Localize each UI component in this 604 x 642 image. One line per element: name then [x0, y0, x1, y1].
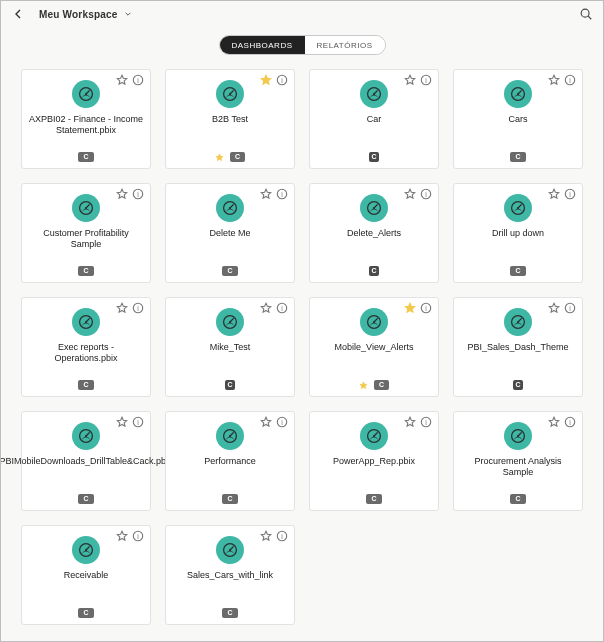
card-top-icons: i [548, 188, 576, 200]
info-icon[interactable]: i [276, 302, 288, 314]
dashboard-card[interactable]: i Customer Profitability SampleC [21, 183, 151, 283]
classification-chip: C [510, 494, 525, 504]
card-title: Procurement Analysis Sample [454, 456, 582, 478]
dashboard-card[interactable]: i PBIMobileDownloads_DrillTable&Cack.pbi… [21, 411, 151, 511]
info-icon[interactable]: i [420, 302, 432, 314]
card-title: Performance [198, 456, 262, 467]
info-icon[interactable]: i [276, 188, 288, 200]
card-title: Sales_Cars_with_link [181, 570, 279, 581]
favorite-star-icon[interactable] [548, 302, 560, 314]
card-bottom: C [166, 608, 294, 618]
workspace-dropdown[interactable] [124, 10, 132, 18]
card-bottom: C [310, 380, 438, 390]
info-icon[interactable]: i [132, 530, 144, 542]
favorite-star-icon[interactable] [116, 530, 128, 542]
info-icon[interactable]: i [420, 74, 432, 86]
info-icon[interactable]: i [132, 188, 144, 200]
svg-point-60 [373, 435, 375, 437]
svg-text:i: i [281, 77, 283, 84]
favorite-star-icon[interactable] [548, 188, 560, 200]
back-button[interactable] [11, 7, 25, 21]
favorite-star-icon[interactable] [548, 416, 560, 428]
info-icon[interactable]: i [276, 74, 288, 86]
classification-chip: C [230, 152, 245, 162]
favorite-star-icon[interactable] [260, 188, 272, 200]
info-icon[interactable]: i [564, 74, 576, 86]
dashboard-card[interactable]: i Delete_AlertsC [309, 183, 439, 283]
workspace-title[interactable]: Meu Workspace [39, 9, 118, 20]
dashboard-card[interactable]: i PBI_Sales_Dash_ThemeC [453, 297, 583, 397]
card-top-icons: i [116, 416, 144, 428]
info-icon[interactable]: i [132, 74, 144, 86]
favorite-star-icon[interactable] [260, 302, 272, 314]
favorite-star-icon[interactable] [404, 188, 416, 200]
card-bottom: C [22, 152, 150, 162]
info-icon[interactable]: i [420, 416, 432, 428]
dashboard-card[interactable]: i AXPBI02 - Finance - Income Statement.p… [21, 69, 151, 169]
dashboard-gauge-icon [504, 194, 532, 222]
mini-favorite-star-icon [359, 381, 368, 390]
card-top-icons: i [404, 188, 432, 200]
favorite-star-icon[interactable] [404, 302, 416, 314]
svg-point-36 [85, 321, 87, 323]
favorite-star-icon[interactable] [260, 74, 272, 86]
card-top-icons: i [548, 74, 576, 86]
favorite-star-icon[interactable] [116, 74, 128, 86]
card-title: PowerApp_Rep.pbix [327, 456, 421, 467]
info-icon[interactable]: i [564, 416, 576, 428]
tab-dashboards[interactable]: DASHBOARDS [220, 36, 305, 54]
favorite-star-icon[interactable] [404, 74, 416, 86]
svg-text:i: i [137, 191, 139, 198]
favorite-star-icon[interactable] [116, 302, 128, 314]
info-icon[interactable]: i [276, 530, 288, 542]
dashboard-card[interactable]: i CarC [309, 69, 439, 169]
dashboard-gauge-icon [360, 422, 388, 450]
favorite-star-icon[interactable] [404, 416, 416, 428]
info-icon[interactable]: i [564, 188, 576, 200]
favorite-star-icon[interactable] [116, 416, 128, 428]
card-title: Delete Me [203, 228, 256, 239]
dashboard-gauge-icon [216, 308, 244, 336]
card-top-icons: i [548, 416, 576, 428]
dashboard-card[interactable]: i PowerApp_Rep.pbixC [309, 411, 439, 511]
svg-text:i: i [569, 77, 571, 84]
svg-point-4 [85, 93, 87, 95]
favorite-star-icon[interactable] [260, 416, 272, 428]
dashboard-card[interactable]: i Sales_Cars_with_linkC [165, 525, 295, 625]
svg-text:i: i [425, 77, 427, 84]
card-top-icons: i [260, 530, 288, 542]
dashboard-card[interactable]: i Mike_TestC [165, 297, 295, 397]
favorite-star-icon[interactable] [260, 530, 272, 542]
svg-text:i: i [569, 419, 571, 426]
card-top-icons: i [116, 74, 144, 86]
dashboard-card[interactable]: i CarsC [453, 69, 583, 169]
info-icon[interactable]: i [276, 416, 288, 428]
svg-text:i: i [137, 305, 139, 312]
dashboard-card[interactable]: i B2B Test C [165, 69, 295, 169]
info-icon[interactable]: i [420, 188, 432, 200]
dashboard-gauge-icon [216, 194, 244, 222]
dashboard-card[interactable]: i Drill up downC [453, 183, 583, 283]
tab-bar: DASHBOARDS RELATÓRIOS [1, 35, 603, 55]
favorite-star-icon[interactable] [548, 74, 560, 86]
info-icon[interactable]: i [132, 416, 144, 428]
card-title: Exec reports - Operations.pbix [22, 342, 150, 364]
dashboard-card[interactable]: i Delete MeC [165, 183, 295, 283]
favorite-star-icon[interactable] [116, 188, 128, 200]
card-title: PBIMobileDownloads_DrillTable&Cack.pbix [0, 456, 179, 467]
dashboard-card[interactable]: i Exec reports - Operations.pbixC [21, 297, 151, 397]
card-bottom: C [454, 152, 582, 162]
info-icon[interactable]: i [132, 302, 144, 314]
classification-chip: C [510, 266, 525, 276]
card-bottom: C [22, 494, 150, 504]
search-button[interactable] [579, 7, 593, 21]
card-bottom: C [166, 152, 294, 162]
dashboard-card[interactable]: i ReceivableC [21, 525, 151, 625]
dashboard-card[interactable]: i PerformanceC [165, 411, 295, 511]
svg-point-12 [373, 93, 375, 95]
tab-reports[interactable]: RELATÓRIOS [305, 36, 385, 54]
info-icon[interactable]: i [564, 302, 576, 314]
dashboard-card[interactable]: i Procurement Analysis SampleC [453, 411, 583, 511]
svg-text:i: i [425, 305, 427, 312]
dashboard-card[interactable]: i Mobile_View_Alerts C [309, 297, 439, 397]
